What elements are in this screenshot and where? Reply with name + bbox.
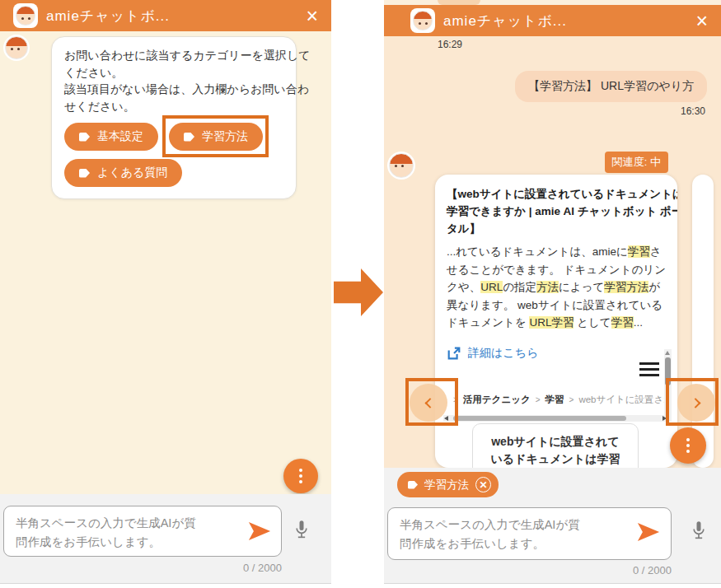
breadcrumb-item[interactable]: 活用テクニック [463, 394, 531, 406]
input-placeholder: 問作成をお手伝いします。 [16, 533, 245, 552]
preview-title: いるドキュメントは学習 [473, 450, 638, 468]
bot-avatar [410, 8, 435, 33]
remove-tag-icon[interactable]: ✕ [475, 477, 491, 492]
bot-message-text: お問い合わせに該当するカテゴリーを選択して [64, 47, 283, 64]
bot-avatar [3, 35, 30, 61]
tag-icon [79, 169, 90, 178]
mic-icon[interactable] [293, 519, 310, 545]
bot-character-icon [389, 153, 414, 178]
chat-header: amieチャットボ... × [384, 5, 721, 36]
message-input[interactable]: 半角スペースの入力で生成AIが質 問作成をお手伝いします。 [387, 507, 672, 560]
chat-panel-after: amieチャットボ... × 16:29 【学習方法】 URL学習のやり方 16… [384, 0, 721, 584]
composer-area: 学習方法 ✕ 半角スペースの入力で生成AIが質 問作成をお手伝いします。 0 /… [384, 468, 721, 584]
char-counter: 0 / 2000 [124, 562, 282, 574]
bot-avatar [13, 3, 38, 28]
chat-panel-before: amieチャットボ... × お問い合わせに該当するカテゴリーを選択して くださ… [0, 0, 331, 584]
result-title: 学習できますか | amie AI チャットボット ポー [447, 203, 666, 220]
scrollbar-thumb[interactable] [665, 357, 671, 385]
breadcrumb-item[interactable]: webサイトに設置されてい [578, 394, 664, 406]
scroll-up-arrow-icon[interactable] [665, 351, 670, 355]
bot-message-text: せください。 [64, 98, 283, 115]
more-options-fab[interactable] [283, 459, 318, 493]
user-message-bubble: 【学習方法】 URL学習のやり方 [515, 71, 707, 102]
breadcrumb-item[interactable]: 学習 [545, 394, 564, 406]
tag-icon [184, 133, 194, 142]
scroll-right-arrow-icon[interactable] [662, 416, 667, 421]
more-options-fab[interactable] [670, 427, 706, 464]
bot-character-icon [413, 11, 433, 30]
bot-message-text: 該当項目がない場合は、入力欄からお問い合わ [64, 81, 283, 98]
transition-arrow-icon [334, 268, 383, 316]
external-link-icon [447, 346, 461, 361]
selected-category-chip: 学習方法 ✕ [397, 472, 499, 497]
send-icon[interactable] [247, 521, 272, 544]
preview-title: webサイトに設置されて [473, 433, 638, 450]
result-title: 【webサイトに設置されているドキュメントは [447, 185, 666, 203]
category-button-basic-settings[interactable]: 基本設定 [64, 123, 158, 151]
chat-title: amieチャットボ... [46, 7, 170, 26]
scrollbar-thumb[interactable] [453, 416, 626, 421]
chat-header: amieチャットボ... × [0, 0, 331, 31]
message-input[interactable]: 半角スペースの入力で生成AIが質 問作成をお手伝いします。 [3, 506, 282, 557]
chat-title: amieチャットボ... [443, 12, 567, 30]
timestamp: 16:30 [681, 105, 705, 117]
breadcrumb: > 活用テクニック > 学習 > webサイトに設置されてい [448, 394, 664, 406]
close-icon[interactable]: × [293, 6, 331, 26]
chevron-left-icon [424, 398, 435, 408]
scroll-left-arrow-icon[interactable] [444, 416, 448, 421]
timestamp: 16:29 [438, 39, 462, 50]
result-snippet: ...れているドキュメントは、amieに学習させることができます。 ドキュメント… [447, 243, 666, 332]
char-counter: 0 / 2000 [516, 564, 672, 576]
mic-icon[interactable] [691, 520, 707, 546]
input-placeholder: 半角スペースの入力で生成AIが質 [16, 514, 245, 533]
carousel-prev-button[interactable] [410, 384, 447, 422]
category-button-learning-method[interactable]: 学習方法 [169, 123, 263, 151]
close-icon[interactable]: × [682, 11, 721, 31]
search-result-card: 【webサイトに設置されているドキュメントは 学習できますか | amie AI… [435, 175, 677, 468]
tag-icon [408, 481, 418, 489]
input-placeholder: 問作成をお手伝いします。 [400, 534, 634, 553]
webpage-preview-card: webサイトに設置されて いるドキュメントは学習 [472, 423, 639, 468]
next-result-card-peek [692, 175, 714, 468]
tag-icon [79, 133, 90, 142]
vertical-scrollbar[interactable] [664, 349, 672, 422]
bot-avatar [387, 152, 415, 180]
composer-area: 半角スペースの入力で生成AIが質 問作成をお手伝いします。 0 / 2000 [0, 494, 331, 584]
bot-character-icon [5, 36, 28, 59]
send-icon[interactable] [636, 522, 661, 545]
bot-message-text: ください。 [64, 64, 283, 82]
hamburger-menu-icon[interactable] [639, 362, 659, 376]
bot-character-icon [16, 6, 35, 26]
horizontal-scrollbar[interactable] [443, 415, 667, 422]
bot-message-bubble: お問い合わせに該当するカテゴリーを選択して ください。 該当項目がない場合は、入… [51, 36, 297, 199]
chevron-right-icon [690, 398, 700, 408]
carousel-next-button[interactable] [677, 384, 715, 422]
relevance-badge: 関連度: 中 [605, 152, 668, 173]
detail-link[interactable]: 詳細はこちら [447, 346, 666, 361]
category-button-faq[interactable]: よくある質問 [64, 159, 182, 187]
result-title: タル】 [447, 220, 666, 237]
input-placeholder: 半角スペースの入力で生成AIが質 [400, 516, 634, 534]
